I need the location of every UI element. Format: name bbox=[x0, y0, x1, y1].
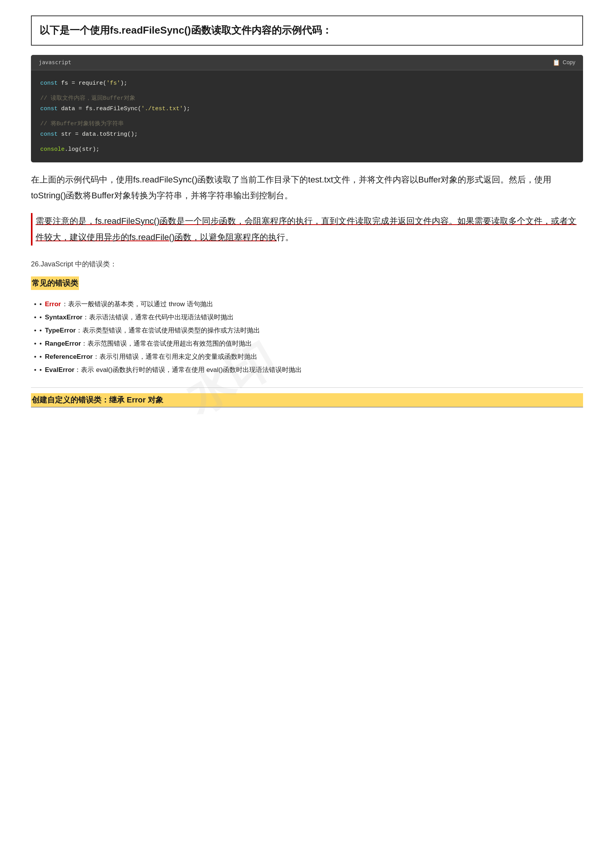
code-line-3: const str = data.toString(); bbox=[40, 129, 574, 140]
bullet: • bbox=[39, 324, 42, 337]
code-content: const fs = require('fs'); // 读取文件内容，返回Bu… bbox=[31, 70, 583, 162]
bullet: • bbox=[39, 337, 42, 350]
code-empty-1 bbox=[40, 89, 574, 93]
bullet: • bbox=[39, 363, 42, 377]
code-empty-3 bbox=[40, 140, 574, 144]
list-item: • RangeError：表示范围错误，通常在尝试使用超出有效范围的值时抛出 bbox=[34, 337, 583, 350]
warning-text: 需要注意的是，fs.readFileSync()函数是一个同步函数，会阻塞程序的… bbox=[31, 213, 583, 246]
term-type: TypeError bbox=[45, 327, 76, 334]
section-number: 26.JavaScript 中的错误类： bbox=[31, 259, 583, 269]
term-range: RangeError bbox=[45, 340, 81, 347]
term-reference: ReferenceError bbox=[45, 353, 93, 360]
section-heading-container: 常见的错误类 bbox=[31, 276, 583, 298]
code-block-wrapper: javascript 📋 Copy const fs = require('fs… bbox=[31, 55, 583, 162]
term-error: Error bbox=[45, 300, 61, 308]
list-item: • Error：表示一般错误的基本类，可以通过 throw 语句抛出 bbox=[34, 298, 583, 311]
subheading-container: 创建自定义的错误类：继承 Error 对象 bbox=[31, 389, 583, 408]
warning-underline-1: 需要注意的是，fs.readFileSync()函数是一个同步函数，会阻塞程序的… bbox=[36, 216, 576, 242]
copy-icon: 📋 bbox=[552, 59, 560, 66]
bullet: • bbox=[39, 350, 42, 363]
code-line-1: const fs = require('fs'); bbox=[40, 78, 574, 89]
intro-heading: 以下是一个使用fs.readFileSync()函数读取文件内容的示例代码： bbox=[31, 15, 583, 46]
list-item: • TypeError：表示类型错误，通常在尝试使用错误类型的操作或方法时抛出 bbox=[34, 324, 583, 337]
code-line-4: console.log(str); bbox=[40, 144, 574, 155]
term-syntax: SyntaxError bbox=[45, 314, 82, 321]
code-line-2: const data = fs.readFileSync('./test.txt… bbox=[40, 104, 574, 114]
list-item: • SyntaxError：表示语法错误，通常在代码中出现语法错误时抛出 bbox=[34, 311, 583, 324]
explanation-text: 在上面的示例代码中，使用fs.readFileSync()函数读取了当前工作目录… bbox=[31, 172, 583, 204]
section-subheading-highlight: 创建自定义的错误类：继承 Error 对象 bbox=[31, 393, 583, 408]
section-heading-highlight: 常见的错误类 bbox=[31, 276, 79, 290]
copy-label: Copy bbox=[563, 59, 575, 65]
subheading-divider bbox=[31, 387, 583, 388]
list-item: • EvalError：表示 eval()函数执行时的错误，通常在使用 eval… bbox=[34, 363, 583, 377]
code-comment-2: // 将Buffer对象转换为字符串 bbox=[40, 119, 574, 129]
copy-button[interactable]: 📋 Copy bbox=[552, 59, 575, 66]
term-eval: EvalError bbox=[45, 366, 75, 373]
list-item: • ReferenceError：表示引用错误，通常在引用未定义的变量或函数时抛… bbox=[34, 350, 583, 363]
code-block-header: javascript 📋 Copy bbox=[31, 55, 583, 70]
error-list: • Error：表示一般错误的基本类，可以通过 throw 语句抛出 • Syn… bbox=[31, 298, 583, 377]
code-comment-1: // 读取文件内容，返回Buffer对象 bbox=[40, 93, 574, 104]
code-empty-2 bbox=[40, 114, 574, 119]
bullet: • bbox=[39, 298, 42, 311]
code-lang-label: javascript bbox=[39, 59, 71, 65]
bullet: • bbox=[39, 311, 42, 324]
warning-content: 需要注意的是，fs.readFileSync()函数是一个同步函数，会阻塞程序的… bbox=[36, 216, 576, 242]
